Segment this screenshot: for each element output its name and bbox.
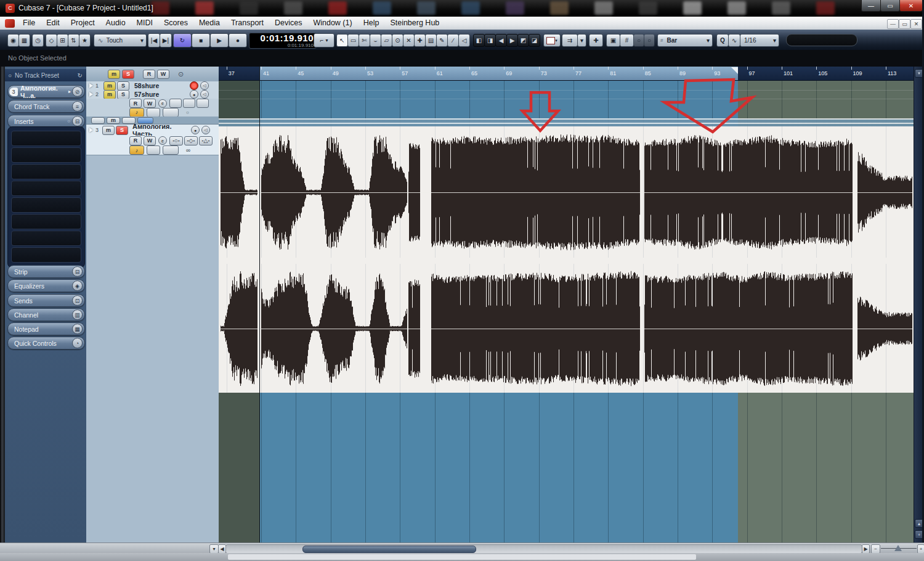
menu-project[interactable]: Project [65,17,100,30]
preset-refresh-icon[interactable]: ↻ [78,72,86,79]
musical-mode-button[interactable]: ♪ [129,145,144,155]
insert-slot[interactable] [11,147,81,163]
inspector-section-quick-controls[interactable]: Quick Controls ◔ [7,337,85,350]
solo-button[interactable]: S [117,90,129,99]
send-state-button[interactable] [197,99,209,108]
track-row-57shure[interactable]: 2 m S 57shure ● ◁ [86,90,219,99]
mdi-close-button[interactable]: ✕ [910,19,922,29]
write-automation-button[interactable]: W [144,99,156,108]
nudge-trim-start-left-button[interactable]: ◧ [473,34,485,47]
snap-events-button[interactable]: ○ [633,34,644,47]
menu-file[interactable]: File [17,17,41,30]
scroll-right-button[interactable]: ▶ [862,544,870,554]
global-read-button[interactable]: R [143,70,155,79]
monitor-button[interactable]: ◁ [200,90,209,99]
zoom-h-in-button[interactable]: + [917,544,924,554]
play-button[interactable]: ▶ [210,33,229,47]
monitor-button[interactable]: ◁ [201,126,210,134]
event-display[interactable]: 3741454953576165697377818589939710110510… [219,67,914,543]
nudge-trim-end-right-button[interactable]: ◪ [529,34,540,47]
track-name[interactable]: 58shure [134,82,190,89]
musical-mode-button[interactable]: ♪ [129,108,144,117]
insert-slot[interactable] [11,181,81,196]
insert-state-button[interactable]: -○- [169,136,183,145]
tool-line[interactable]: ∕ [447,34,459,47]
tool-erase[interactable]: ▱ [381,34,392,47]
write-automation-button[interactable]: W [144,136,156,145]
eq-state-button[interactable]: -◇- [184,136,198,145]
tool-time-warp[interactable]: ✚ [414,34,426,47]
activate-project-button[interactable]: ◉ [7,34,19,47]
tool-range-selection[interactable]: ▭ [347,34,359,47]
tool-object-selection[interactable]: ↖ [336,34,348,47]
automation-mode-dropdown[interactable]: ∿ Touch ▾ [94,34,147,47]
lanes-button[interactable] [163,108,179,117]
zoom-slider-handle[interactable] [894,545,902,551]
read-automation-button[interactable]: R [129,136,142,145]
insert-slot[interactable] [11,247,81,263]
mdi-minimize-button[interactable]: — [887,19,899,29]
inspector-track-tab[interactable]: 3 Ампология. Ч...а. ▸ ⊘ [7,85,85,98]
expand-arrow-icon[interactable] [89,83,93,88]
menu-transport[interactable]: Transport [225,17,269,30]
close-button[interactable]: ✕ [899,0,923,12]
routing-button[interactable]: ⊞ [57,34,68,47]
nudge-trim-end-left-button[interactable]: ◩ [517,34,529,47]
tool-zoom[interactable]: ⊙ [392,34,403,47]
inspector-section-notepad[interactable]: Notepad ▦ [7,322,85,335]
horizontal-scrollbar-thumb[interactable] [302,546,476,553]
crosshair-cursor-button[interactable]: ✚ [589,34,603,47]
lanes-button[interactable] [163,145,179,155]
expand-arrow-icon[interactable] [89,128,93,133]
zoom-h-out-button[interactable]: − [871,544,880,554]
scroll-options-button[interactable]: ▾ [209,544,219,554]
nudge-move-right-button[interactable]: ▶ [506,34,518,47]
record-arm-button[interactable]: ● [191,126,200,134]
history-button[interactable]: ◷ [32,34,44,47]
mdi-maximize-button[interactable]: ▭ [899,19,910,29]
solo-button[interactable]: S [116,126,128,135]
solo-button[interactable]: S [117,81,129,91]
read-automation-button[interactable]: R [129,99,142,108]
color-selector-dropdown[interactable]: ▾ [543,34,561,47]
snap-shuffle-button[interactable]: ○ [644,34,655,47]
time-format-button[interactable]: ⌐▾ [314,33,334,47]
menu-scores[interactable]: Scores [158,17,193,30]
monitor-button[interactable]: ◁ [200,81,209,90]
timeline-ruler[interactable]: 3741454953576165697377818589939710110510… [219,67,914,81]
insert-slot[interactable] [11,131,81,146]
toolbar-setup-button[interactable]: ▦ [18,34,30,47]
record-arm-button[interactable]: ● [190,90,198,99]
autoscroll-options-button[interactable]: ▾ [577,34,586,47]
grid-type-dropdown[interactable]: # Bar ▾ [657,34,713,47]
insert-slot[interactable] [11,164,81,179]
mute-button[interactable]: m [102,126,115,135]
maximize-button[interactable]: ▭ [880,0,900,12]
insert-slot[interactable] [11,214,81,229]
cycle-button[interactable]: ↻ [173,33,192,47]
autoscroll-button[interactable]: ⇉ [562,34,578,47]
track-preset-button[interactable]: ★ [79,34,91,47]
inserts-bypass-icon[interactable]: ○ [67,118,72,124]
quantize-iterative-button[interactable]: Q [716,34,729,47]
right-locator-flag[interactable] [731,67,738,74]
edit-channel-button[interactable]: e [158,136,167,145]
global-mute-button[interactable]: m [108,70,120,79]
mini-button[interactable] [91,117,105,124]
quantize-preset-dropdown[interactable]: 1/16 ▾ [740,34,779,47]
mute-button[interactable]: m [103,81,116,91]
menu-help[interactable]: Help [358,17,385,30]
horizontal-scrollbar-track[interactable] [225,544,862,554]
snap-on-off-button[interactable]: ▣ [606,34,620,47]
mute-button[interactable]: m [103,90,116,99]
send-state-button[interactable]: -△- [199,136,213,145]
menu-midi[interactable]: MIDI [131,17,158,30]
insert-slot[interactable] [11,231,81,246]
insert-slot[interactable] [11,197,81,213]
waveform-canvas[interactable] [219,126,914,393]
record-arm-button[interactable] [190,81,198,90]
inspector-section-sends[interactable]: Sends ⊡ [7,294,85,307]
expand-arrow-icon[interactable] [89,92,93,97]
inspector-section-chord-track[interactable]: Chord Track ≡ [7,100,85,113]
inspector-section-strip[interactable]: Strip ⊟ [7,265,85,278]
